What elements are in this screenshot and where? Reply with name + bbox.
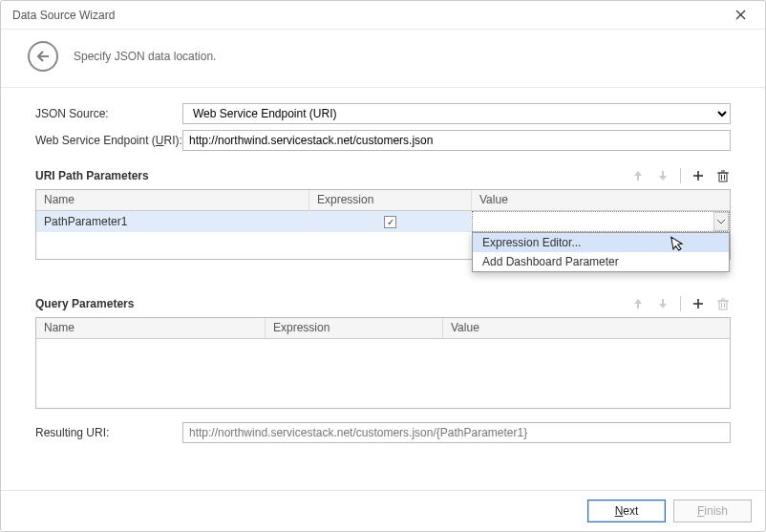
uri-grid-body: PathParameter1 ✓ Expression Editor...: [36, 211, 730, 259]
trash-icon: [717, 298, 729, 310]
move-down-button[interactable]: [655, 296, 670, 311]
toolbar-separator: [680, 168, 681, 183]
add-button[interactable]: [691, 296, 706, 311]
subheader-text: Specify JSON data location.: [74, 50, 216, 63]
endpoint-label: Web Service Endpoint (URI):: [35, 134, 182, 147]
wizard-footer: Next Finish: [1, 490, 765, 531]
plus-icon: [692, 170, 704, 181]
svg-rect-12: [719, 301, 727, 309]
param-expression-cell[interactable]: ✓: [309, 211, 472, 232]
arrow-up-icon: [633, 298, 643, 309]
svg-rect-5: [719, 173, 727, 181]
expression-checkbox[interactable]: ✓: [384, 216, 396, 228]
window-title: Data Source Wizard: [12, 9, 727, 22]
menu-expression-editor[interactable]: Expression Editor...: [473, 233, 729, 252]
query-col-value[interactable]: Value: [443, 318, 730, 338]
chevron-down-icon: [717, 220, 725, 224]
query-params-grid: Name Expression Value: [35, 317, 731, 409]
titlebar: Data Source Wizard: [1, 1, 765, 30]
toolbar-separator: [680, 296, 681, 311]
uri-grid-header: Name Expression Value: [36, 190, 730, 211]
trash-icon: [717, 170, 729, 182]
subheader: Specify JSON data location.: [1, 30, 765, 88]
query-grid-header: Name Expression Value: [36, 318, 730, 339]
uri-col-name[interactable]: Name: [36, 190, 309, 210]
query-grid-body: [36, 339, 730, 408]
arrow-up-icon: [633, 170, 643, 181]
uri-params-grid: Name Expression Value PathParameter1 ✓: [35, 189, 731, 260]
value-dropdown-menu: Expression Editor... Add Dashboard Param…: [472, 232, 730, 272]
param-value-input[interactable]: [472, 211, 730, 232]
move-up-button[interactable]: [630, 168, 646, 183]
uri-params-header: URI Path Parameters: [35, 168, 731, 183]
json-source-label: JSON Source:: [35, 107, 182, 120]
delete-button[interactable]: [715, 168, 731, 183]
wizard-body: JSON Source: Web Service Endpoint (URI) …: [1, 88, 765, 490]
query-params-toolbar: [630, 296, 731, 311]
move-down-button[interactable]: [655, 168, 670, 183]
next-button[interactable]: Next: [587, 500, 666, 522]
query-params-title: Query Parameters: [35, 297, 630, 310]
param-value-cell[interactable]: Expression Editor... Add Dashboard Param…: [472, 211, 730, 232]
endpoint-input[interactable]: [182, 130, 731, 151]
finish-button[interactable]: Finish: [673, 500, 752, 522]
query-col-name[interactable]: Name: [36, 318, 266, 338]
table-row[interactable]: PathParameter1 ✓ Expression Editor...: [36, 211, 730, 232]
back-button[interactable]: [28, 41, 58, 72]
arrow-down-icon: [658, 170, 668, 181]
plus-icon: [692, 298, 704, 309]
uri-params-title: URI Path Parameters: [35, 169, 630, 182]
uri-col-value[interactable]: Value: [472, 190, 730, 210]
uri-col-expression[interactable]: Expression: [309, 190, 472, 210]
delete-button[interactable]: [715, 296, 731, 311]
param-name-cell[interactable]: PathParameter1: [36, 211, 309, 232]
close-icon: [735, 10, 746, 20]
value-dropdown-toggle[interactable]: [713, 212, 729, 231]
wizard-window: Data Source Wizard Specify JSON data loc…: [0, 0, 766, 532]
resulting-uri-row: Resulting URI:: [35, 422, 731, 443]
move-up-button[interactable]: [630, 296, 646, 311]
endpoint-row: Web Service Endpoint (URI):: [35, 130, 731, 151]
expression-checkbox-wrap: ✓: [317, 216, 463, 228]
close-button[interactable]: [727, 6, 754, 25]
json-source-row: JSON Source: Web Service Endpoint (URI): [35, 103, 731, 124]
arrow-left-icon: [36, 51, 50, 62]
resulting-uri-output: [182, 422, 731, 443]
resulting-uri-label: Resulting URI:: [35, 426, 182, 439]
json-source-select[interactable]: Web Service Endpoint (URI): [182, 103, 731, 124]
add-button[interactable]: [691, 168, 706, 183]
arrow-down-icon: [658, 298, 668, 309]
query-params-header: Query Parameters: [35, 296, 731, 311]
menu-add-dashboard-param[interactable]: Add Dashboard Parameter: [473, 252, 729, 271]
check-icon: ✓: [387, 217, 394, 227]
uri-params-toolbar: [630, 168, 731, 183]
query-col-expression[interactable]: Expression: [266, 318, 443, 338]
